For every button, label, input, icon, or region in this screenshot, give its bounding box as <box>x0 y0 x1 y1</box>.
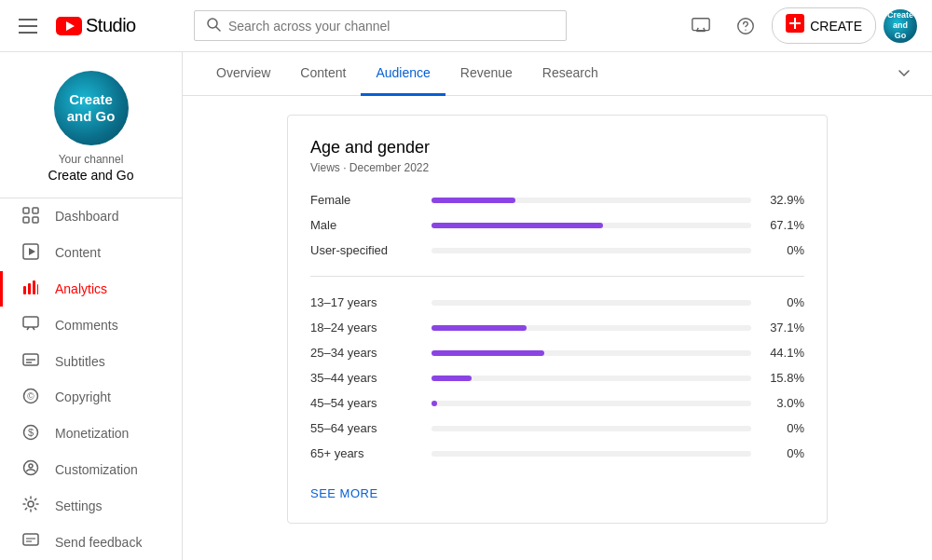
monetization-label: Monetization <box>55 426 129 441</box>
svg-rect-11 <box>23 208 29 213</box>
gender-bar-fill <box>432 198 515 203</box>
tab-content[interactable]: Content <box>285 52 361 96</box>
svg-rect-19 <box>33 280 35 294</box>
sidebar-item-subtitles[interactable]: Subtitles <box>0 343 182 379</box>
svg-rect-21 <box>23 317 38 327</box>
sidebar-item-feedback[interactable]: Send feedback <box>0 524 182 560</box>
age-bar-track <box>432 350 751 356</box>
search-bar[interactable] <box>194 10 567 41</box>
menu-button[interactable] <box>15 15 41 37</box>
channel-name: Create and Go <box>48 168 134 183</box>
channel-avatar[interactable]: Createand Go <box>54 71 129 145</box>
age-bar-track <box>432 376 751 381</box>
gender-label: Female <box>310 193 432 207</box>
create-button[interactable]: CREATE <box>772 7 876 44</box>
svg-rect-4 <box>692 18 709 30</box>
age-bar-track <box>432 451 751 457</box>
tab-dropdown[interactable] <box>895 63 913 85</box>
avatar-text: Createand Go <box>887 10 913 40</box>
analytics-icon <box>21 279 40 298</box>
customization-label: Customization <box>55 462 138 477</box>
age-rows: 13–17 years 0% 18–24 years 37.1% 25–34 y… <box>310 295 804 460</box>
svg-marker-16 <box>29 248 35 255</box>
search-input[interactable] <box>228 19 555 34</box>
age-row: 35–44 years 15.8% <box>310 371 804 385</box>
age-label: 18–24 years <box>310 321 432 335</box>
avatar[interactable]: Createand Go <box>884 9 917 43</box>
content-icon <box>21 243 40 263</box>
logo[interactable]: Studio <box>56 15 136 36</box>
comments-icon <box>21 315 40 335</box>
age-label: 25–34 years <box>310 346 432 360</box>
sidebar-item-settings[interactable]: Settings <box>0 487 182 524</box>
svg-point-7 <box>746 29 747 30</box>
feedback-label: Send feedback <box>55 535 142 550</box>
content-area: Overview Content Audience Revenue Resear… <box>183 52 932 560</box>
tabs-row: Overview Content Audience Revenue Resear… <box>183 52 932 96</box>
main-layout: Createand Go Your channel Create and Go … <box>0 52 932 560</box>
sidebar-item-copyright[interactable]: © Copyright <box>0 379 182 416</box>
tab-overview[interactable]: Overview <box>201 52 285 96</box>
sidebar-item-monetization[interactable]: $ Monetization <box>0 416 182 452</box>
sidebar-item-content[interactable]: Content <box>0 235 182 271</box>
tab-research[interactable]: Research <box>528 52 613 96</box>
age-row: 55–64 years 0% <box>310 421 804 435</box>
sidebar-item-comments[interactable]: Comments <box>0 307 182 343</box>
gender-bar-fill <box>432 223 603 228</box>
feedback-icon-btn[interactable] <box>682 7 720 45</box>
age-bar-fill <box>432 350 544 356</box>
gender-bar-track <box>432 198 751 203</box>
feedback-icon <box>21 532 40 552</box>
svg-point-31 <box>28 501 34 507</box>
age-bar-track <box>432 300 751 306</box>
youtube-icon <box>56 17 82 35</box>
svg-rect-13 <box>23 217 29 223</box>
age-bar-track <box>432 325 751 331</box>
monetization-icon: $ <box>21 424 40 444</box>
channel-your-label: Your channel <box>59 153 124 166</box>
sidebar-item-analytics[interactable]: Analytics <box>0 271 182 307</box>
topbar-right: CREATE Createand Go <box>682 7 917 45</box>
card-title: Age and gender <box>310 138 804 157</box>
help-icon <box>735 16 756 36</box>
settings-icon <box>21 496 40 515</box>
svg-rect-32 <box>23 534 38 545</box>
tab-revenue[interactable]: Revenue <box>445 52 528 96</box>
subtitles-label: Subtitles <box>55 354 105 369</box>
sidebar-item-dashboard[interactable]: Dashboard <box>0 198 182 235</box>
topbar: Studio <box>0 0 932 52</box>
subtitles-icon <box>21 351 40 371</box>
svg-rect-14 <box>33 217 38 223</box>
age-row: 13–17 years 0% <box>310 295 804 309</box>
channel-info: Createand Go Your channel Create and Go <box>0 52 182 198</box>
see-more-btn[interactable]: SEE MORE <box>310 486 378 500</box>
gender-row: Male 67.1% <box>310 218 804 232</box>
content-label: Content <box>55 245 101 260</box>
channel-avatar-text: Createand Go <box>67 91 116 125</box>
help-btn[interactable] <box>727 7 764 45</box>
age-row: 45–54 years 3.0% <box>310 396 804 410</box>
age-bar-fill <box>432 325 527 331</box>
age-row: 65+ years 0% <box>310 446 804 460</box>
copyright-label: Copyright <box>55 389 111 404</box>
gender-pct: 67.1% <box>762 218 804 232</box>
svg-rect-17 <box>23 286 26 294</box>
age-label: 13–17 years <box>310 295 432 309</box>
age-label: 35–44 years <box>310 371 432 385</box>
gender-rows: Female 32.9% Male 67.1% User-specified 0… <box>310 193 804 257</box>
age-pct: 37.1% <box>762 321 804 335</box>
svg-rect-12 <box>33 208 38 213</box>
svg-point-30 <box>29 464 33 468</box>
gender-label: Male <box>310 218 432 232</box>
sidebar-item-customization[interactable]: Customization <box>0 452 182 488</box>
chevron-down-icon <box>895 63 913 82</box>
age-row: 25–34 years 44.1% <box>310 346 804 360</box>
age-pct: 44.1% <box>762 346 804 360</box>
age-pct: 15.8% <box>762 371 804 385</box>
gender-pct: 32.9% <box>762 193 804 207</box>
age-pct: 0% <box>762 295 804 309</box>
sidebar: Createand Go Your channel Create and Go … <box>0 52 183 560</box>
tab-audience[interactable]: Audience <box>361 52 445 96</box>
age-bar-fill <box>432 376 472 381</box>
svg-rect-20 <box>37 284 38 294</box>
